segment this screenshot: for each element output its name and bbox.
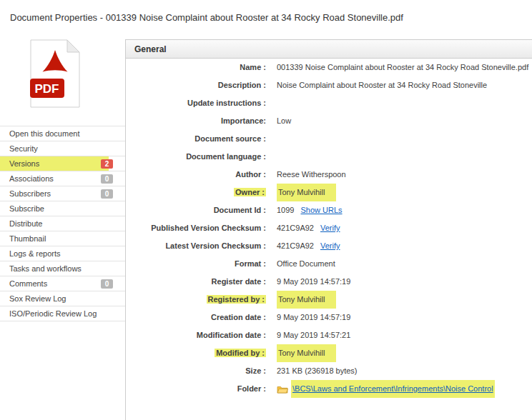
property-label: Folder : — [126, 380, 266, 398]
sidebar-item-tasks-and-workflows[interactable]: Tasks and workflows — [0, 261, 125, 276]
sidebar-item-label: Logs & reports — [9, 249, 61, 258]
folder-icon — [277, 385, 288, 394]
property-label: Document language : — [126, 148, 266, 166]
property-row-registered-by: Registered by :Tony Mulvihill — [126, 291, 532, 309]
property-value: \BCS\Laws and Enforcement\Infringements\… — [266, 380, 495, 398]
property-label: Modification date : — [126, 326, 266, 344]
property-label: Format : — [126, 255, 266, 273]
property-row-register-date: Register date :9 May 2019 14:57:19 — [126, 273, 532, 291]
property-row-modification-date: Modification date :9 May 2019 14:57:21 — [126, 326, 532, 344]
property-row-document-language: Document language : — [126, 148, 532, 166]
sidebar-item-associations[interactable]: Associations0 — [0, 171, 125, 186]
sidebar-item-label: Distribute — [9, 219, 42, 228]
property-value-text: 001339 Noise Complaint about Rooster at … — [277, 59, 528, 76]
count-badge: 2 — [101, 159, 113, 169]
sidebar-item-label: Associations — [9, 174, 54, 183]
sidebar-item-thumbnail[interactable]: Thumbnail — [0, 231, 125, 246]
sidebar-item-versions[interactable]: Versions2 — [0, 156, 125, 171]
property-value-text: Noise Complaint about Rooster at 34 Rock… — [277, 76, 487, 94]
property-label: Name : — [126, 59, 266, 76]
property-value: Tony Mulvihill — [266, 184, 336, 201]
property-value-text: Office Document — [277, 255, 335, 273]
property-value: Office Document — [266, 255, 335, 273]
sidebar-item-security[interactable]: Security — [0, 141, 125, 156]
sidebar-menu: Open this documentSecurityVersions2Assoc… — [0, 126, 125, 321]
property-row-name: Name :001339 Noise Complaint about Roost… — [126, 59, 532, 76]
property-value-text: 1099 — [277, 201, 294, 219]
property-label: Modified by : — [126, 344, 266, 362]
property-value: 421C9A92Verify — [266, 237, 340, 255]
sidebar-item-label: Security — [9, 144, 38, 153]
sidebar-item-sox-review-log[interactable]: Sox Review Log — [0, 291, 125, 306]
property-row-published-version-checksum: Published Version Checksum :421C9A92Veri… — [126, 219, 532, 237]
property-label: Owner : — [126, 184, 266, 201]
property-value: Low — [266, 112, 291, 130]
property-value-text: 9 May 2019 14:57:19 — [277, 273, 350, 291]
verify-link[interactable]: Verify — [320, 237, 340, 255]
property-value: Reese Witherspoon — [266, 166, 346, 184]
property-value-text: 9 May 2019 14:57:19 — [277, 309, 350, 326]
sidebar-item-label: Tasks and workflows — [9, 264, 82, 273]
property-value: 9 May 2019 14:57:19 — [266, 273, 350, 291]
show-urls-link[interactable]: Show URLs — [300, 201, 342, 219]
count-badge: 0 — [101, 189, 113, 199]
property-value-text: 9 May 2019 14:57:21 — [277, 326, 350, 344]
property-value: Noise Complaint about Rooster at 34 Rock… — [266, 76, 487, 94]
property-label: Update instructions : — [126, 94, 266, 112]
svg-text:PDF: PDF — [35, 82, 59, 96]
property-value-text: Reese Witherspoon — [277, 166, 346, 184]
property-label: Author : — [126, 166, 266, 184]
property-row-creation-date: Creation date :9 May 2019 14:57:19 — [126, 309, 532, 326]
sidebar-item-comments[interactable]: Comments0 — [0, 276, 125, 291]
verify-link[interactable]: Verify — [320, 219, 340, 237]
property-value-text: Tony Mulvihill — [277, 344, 336, 362]
property-row-owner: Owner :Tony Mulvihill — [126, 184, 532, 201]
property-value: Tony Mulvihill — [266, 291, 336, 309]
count-badge: 0 — [101, 279, 113, 289]
property-row-format: Format :Office Document — [126, 255, 532, 273]
property-row-description: Description :Noise Complaint about Roost… — [126, 76, 532, 94]
sidebar-item-distribute[interactable]: Distribute — [0, 216, 125, 231]
property-label: Creation date : — [126, 309, 266, 326]
section-header: General — [126, 40, 532, 59]
property-value: 9 May 2019 14:57:19 — [266, 309, 350, 326]
property-value: 421C9A92Verify — [266, 219, 340, 237]
property-row-author: Author :Reese Witherspoon — [126, 166, 532, 184]
property-value-text: 231 KB (236918 bytes) — [277, 362, 358, 380]
property-label: Importance: — [126, 112, 266, 130]
sidebar-item-label: Subscribers — [9, 189, 51, 198]
section-title: General — [134, 44, 167, 54]
property-row-document-source: Document source : — [126, 130, 532, 148]
sidebar-item-subscribe[interactable]: Subscribe — [0, 201, 125, 216]
property-value: 9 May 2019 14:57:21 — [266, 326, 350, 344]
property-label: Size : — [126, 362, 266, 380]
page-title: Document Properties - 001339 Noise Compl… — [10, 12, 403, 23]
property-value: 231 KB (236918 bytes) — [266, 362, 358, 380]
property-row-importance: Importance:Low — [126, 112, 532, 130]
property-value — [266, 148, 277, 166]
property-label: Published Version Checksum : — [126, 219, 266, 237]
property-label: Description : — [126, 76, 266, 94]
folder-path-link[interactable]: \BCS\Laws and Enforcement\Infringements\… — [291, 380, 495, 398]
property-value-text: 421C9A92 — [277, 237, 314, 255]
property-row-document-id: Document Id :1099Show URLs — [126, 201, 532, 219]
properties-list: Name :001339 Noise Complaint about Roost… — [126, 59, 532, 398]
sidebar-item-logs-reports[interactable]: Logs & reports — [0, 246, 125, 261]
sidebar-item-label: Comments — [9, 279, 47, 288]
sidebar-item-open-this-document[interactable]: Open this document — [0, 126, 125, 141]
sidebar-item-label: Thumbnail — [9, 234, 46, 243]
property-value-text: Low — [277, 112, 291, 130]
sidebar-item-label: Sox Review Log — [9, 294, 66, 303]
property-label: Register date : — [126, 273, 266, 291]
property-label: Registered by : — [126, 291, 266, 309]
property-value: 1099Show URLs — [266, 201, 343, 219]
pdf-file-icon: PDF — [29, 39, 82, 108]
property-label: Document source : — [126, 130, 266, 148]
sidebar-item-label: Open this document — [9, 129, 79, 138]
property-value — [266, 130, 277, 148]
sidebar-item-subscribers[interactable]: Subscribers0 — [0, 186, 125, 201]
sidebar-item-label: ISO/Periodic Review Log — [9, 309, 97, 318]
property-label: Latest Version Checksum : — [126, 237, 266, 255]
sidebar-item-iso-periodic-review-log[interactable]: ISO/Periodic Review Log — [0, 306, 125, 321]
property-value — [266, 94, 277, 112]
